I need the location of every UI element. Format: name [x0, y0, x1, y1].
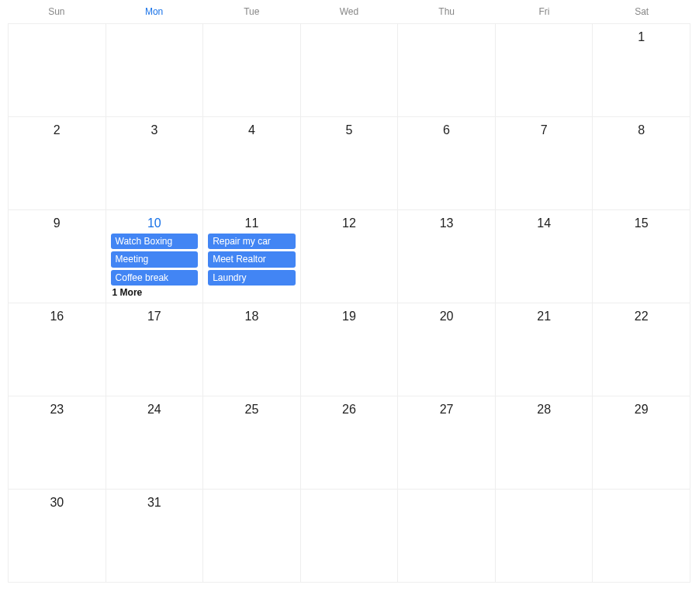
day-cell[interactable]	[301, 490, 399, 583]
day-cell[interactable]: 14	[496, 210, 593, 303]
day-cell[interactable]	[496, 490, 593, 583]
day-number: 31	[111, 493, 199, 511]
day-cell[interactable]: 1	[593, 24, 690, 117]
day-number: 24	[111, 400, 199, 418]
day-cell[interactable]: 10Watch BoxingMeetingCoffee break1 More	[106, 210, 204, 303]
day-number: 14	[500, 213, 588, 232]
weekday-header-row: Sun Mon Tue Wed Thu Fri Sat	[8, 0, 690, 23]
day-cell[interactable]: 5	[301, 117, 399, 210]
day-cell[interactable]	[593, 490, 690, 583]
day-cell[interactable]: 9	[9, 210, 106, 303]
event-chip[interactable]: Meeting	[111, 251, 199, 267]
day-number: 26	[306, 400, 393, 418]
day-cell[interactable]: 21	[496, 303, 593, 396]
day-cell[interactable]	[398, 24, 496, 117]
day-number: 17	[111, 306, 199, 325]
calendar: Sun Mon Tue Wed Thu Fri Sat 12345678910W…	[8, 0, 690, 583]
day-number: 22	[597, 306, 685, 325]
day-cell[interactable]: 11Repair my carMeet RealtorLaundry	[203, 210, 301, 303]
weekday-header: Sat	[593, 6, 690, 17]
day-cell[interactable]: 7	[496, 117, 593, 210]
day-cell[interactable]	[398, 490, 496, 583]
day-number: 9	[13, 213, 101, 232]
day-number	[597, 493, 685, 497]
event-chip[interactable]: Watch Boxing	[111, 234, 199, 249]
day-number: 12	[306, 213, 393, 232]
day-number: 8	[597, 120, 685, 139]
day-cell[interactable]: 27	[398, 396, 496, 490]
day-number: 30	[13, 493, 101, 511]
day-number: 7	[500, 120, 588, 139]
day-cell[interactable]: 29	[593, 396, 690, 490]
day-cell[interactable]: 20	[398, 303, 496, 396]
day-number	[500, 493, 588, 497]
more-events-link[interactable]: 1 More	[111, 286, 199, 298]
day-number: 25	[208, 400, 296, 418]
day-number: 6	[403, 120, 490, 139]
day-number: 28	[500, 400, 588, 418]
day-cell[interactable]: 30	[9, 490, 106, 583]
day-number: 11	[208, 213, 296, 232]
calendar-grid: 12345678910Watch BoxingMeetingCoffee bre…	[8, 23, 690, 583]
events-list: Repair my carMeet RealtorLaundry	[208, 234, 296, 286]
weekday-header: Thu	[398, 6, 496, 17]
day-number: 5	[306, 120, 393, 139]
day-cell[interactable]: 8	[593, 117, 690, 210]
day-cell[interactable]: 17	[106, 303, 204, 396]
day-number: 3	[111, 120, 199, 139]
event-chip[interactable]: Repair my car	[208, 234, 296, 249]
day-number: 27	[403, 400, 490, 418]
day-cell[interactable]: 16	[9, 303, 106, 396]
day-cell[interactable]	[203, 490, 301, 583]
day-cell[interactable]: 13	[398, 210, 496, 303]
day-number	[306, 27, 393, 32]
day-cell[interactable]: 31	[106, 490, 204, 583]
day-number: 2	[13, 120, 101, 139]
day-number: 15	[597, 213, 685, 232]
day-number	[403, 493, 490, 497]
day-number: 29	[597, 400, 685, 418]
day-cell[interactable]: 2	[9, 117, 106, 210]
day-number: 20	[403, 306, 490, 325]
day-number: 19	[306, 306, 393, 325]
day-number: 21	[500, 306, 588, 325]
day-number	[403, 27, 490, 32]
day-cell[interactable]: 23	[9, 396, 106, 490]
day-number: 23	[13, 400, 101, 418]
day-cell[interactable]	[106, 24, 204, 117]
day-cell[interactable]	[301, 24, 399, 117]
day-number	[500, 27, 588, 32]
day-cell[interactable]: 18	[203, 303, 301, 396]
day-cell[interactable]: 3	[106, 117, 204, 210]
event-chip[interactable]: Coffee break	[111, 270, 199, 286]
day-cell[interactable]: 6	[398, 117, 496, 210]
day-number: 13	[403, 213, 490, 232]
day-cell[interactable]: 26	[301, 396, 399, 490]
weekday-header: Sun	[8, 6, 106, 17]
weekday-header: Wed	[300, 6, 398, 17]
event-chip[interactable]: Laundry	[208, 270, 296, 286]
day-cell[interactable]	[496, 24, 593, 117]
day-cell[interactable]	[9, 24, 106, 117]
day-number	[306, 493, 393, 497]
day-cell[interactable]: 4	[203, 117, 301, 210]
day-number: 18	[208, 306, 296, 325]
day-number: 16	[13, 306, 101, 325]
day-number	[208, 493, 296, 497]
weekday-header: Tue	[202, 6, 300, 17]
weekday-header: Fri	[496, 6, 593, 17]
event-chip[interactable]: Meet Realtor	[208, 251, 296, 267]
events-list: Watch BoxingMeetingCoffee break	[111, 234, 199, 286]
day-cell[interactable]	[203, 24, 301, 117]
day-cell[interactable]: 15	[593, 210, 690, 303]
day-cell[interactable]: 22	[593, 303, 690, 396]
day-cell[interactable]: 25	[203, 396, 301, 490]
day-cell[interactable]: 24	[106, 396, 204, 490]
day-number	[13, 27, 101, 32]
day-cell[interactable]: 12	[301, 210, 399, 303]
day-cell[interactable]: 19	[301, 303, 399, 396]
day-number-today: 10	[111, 213, 199, 232]
weekday-header: Mon	[106, 6, 203, 17]
day-cell[interactable]: 28	[496, 396, 593, 490]
day-number	[208, 27, 296, 32]
